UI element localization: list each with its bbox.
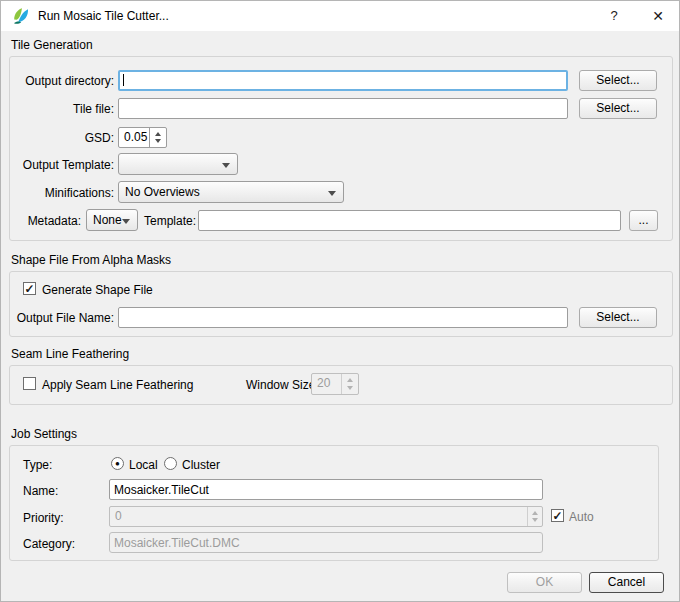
type-local-label[interactable]: Local bbox=[129, 458, 158, 472]
output-template-label: Output Template: bbox=[11, 158, 114, 172]
check-icon: ✓ bbox=[552, 510, 562, 522]
shape-file-section-title: Shape File From Alpha Masks bbox=[11, 253, 171, 267]
gsd-spin-up-icon[interactable] bbox=[155, 132, 161, 136]
tile-file-input[interactable] bbox=[118, 98, 568, 119]
cancel-button[interactable]: Cancel bbox=[589, 572, 664, 593]
output-file-name-input[interactable] bbox=[118, 307, 568, 328]
output-directory-select-button[interactable]: Select... bbox=[579, 70, 657, 91]
template-label: Template: bbox=[144, 214, 196, 228]
check-icon: ✓ bbox=[24, 283, 34, 295]
app-logo-icon bbox=[11, 6, 31, 26]
output-template-dropdown[interactable] bbox=[118, 153, 238, 175]
close-icon[interactable]: ✕ bbox=[643, 1, 673, 31]
gsd-spin-down-icon[interactable] bbox=[155, 139, 161, 143]
window-title: Run Mosaic Tile Cutter... bbox=[38, 1, 169, 31]
run-mosaic-tile-cutter-dialog: Run Mosaic Tile Cutter... ? ✕ Tile Gener… bbox=[0, 0, 680, 602]
chevron-down-icon bbox=[222, 163, 230, 168]
window-size-spinbox: 20 bbox=[311, 373, 359, 395]
output-file-name-label: Output File Name: bbox=[11, 311, 114, 325]
text-caret bbox=[123, 74, 124, 86]
help-button[interactable]: ? bbox=[599, 1, 629, 31]
priority-spin-up-icon bbox=[532, 511, 538, 515]
window-size-spin-up-icon bbox=[347, 378, 353, 382]
window-size-value: 20 bbox=[312, 374, 341, 394]
priority-value: 0 bbox=[110, 507, 527, 526]
type-label: Type: bbox=[23, 458, 52, 472]
metadata-value: None bbox=[93, 213, 122, 227]
apply-seam-line-feathering-label[interactable]: Apply Seam Line Feathering bbox=[42, 378, 193, 392]
name-label: Name: bbox=[23, 484, 58, 498]
type-local-radio[interactable]: ● bbox=[111, 457, 124, 470]
template-input[interactable] bbox=[198, 210, 621, 231]
priority-spinbox: 0 bbox=[109, 506, 543, 527]
tile-file-select-button[interactable]: Select... bbox=[579, 98, 657, 119]
window-size-spin-down-icon bbox=[347, 386, 353, 390]
tile-generation-section-title: Tile Generation bbox=[11, 38, 93, 52]
job-category-input bbox=[109, 532, 543, 553]
minifications-value: No Overviews bbox=[125, 185, 200, 199]
chevron-down-icon bbox=[122, 219, 130, 224]
generate-shape-file-checkbox[interactable]: ✓ bbox=[23, 282, 36, 295]
auto-priority-checkbox[interactable]: ✓ bbox=[551, 509, 564, 522]
ok-button[interactable]: OK bbox=[507, 572, 582, 593]
type-cluster-radio[interactable] bbox=[164, 457, 177, 470]
window-size-label: Window Size bbox=[246, 378, 315, 392]
minifications-label: Minifications: bbox=[11, 186, 114, 200]
minifications-dropdown[interactable]: No Overviews bbox=[118, 181, 344, 203]
job-name-input[interactable] bbox=[109, 479, 543, 500]
generate-shape-file-label[interactable]: Generate Shape File bbox=[42, 283, 153, 297]
category-label: Category: bbox=[23, 537, 75, 551]
auto-priority-label[interactable]: Auto bbox=[569, 510, 594, 524]
output-file-name-select-button[interactable]: Select... bbox=[579, 307, 657, 328]
chevron-down-icon bbox=[328, 191, 336, 196]
priority-spin-down-icon bbox=[532, 518, 538, 522]
metadata-label: Metadata: bbox=[21, 214, 81, 228]
gsd-value: 0.05 bbox=[119, 128, 149, 147]
apply-seam-line-feathering-checkbox[interactable] bbox=[23, 377, 36, 390]
priority-label: Priority: bbox=[23, 511, 64, 525]
output-directory-label: Output directory: bbox=[11, 74, 114, 88]
gsd-spinbox[interactable]: 0.05 bbox=[118, 127, 167, 148]
output-directory-input[interactable] bbox=[118, 70, 568, 91]
gsd-label: GSD: bbox=[11, 131, 114, 145]
metadata-dropdown[interactable]: None bbox=[86, 209, 138, 231]
titlebar: Run Mosaic Tile Cutter... ? ✕ bbox=[1, 1, 679, 31]
tile-file-label: Tile file: bbox=[11, 102, 114, 116]
seam-line-section-title: Seam Line Feathering bbox=[11, 347, 129, 361]
job-settings-section-title: Job Settings bbox=[11, 427, 77, 441]
type-cluster-label[interactable]: Cluster bbox=[182, 458, 220, 472]
template-browse-button[interactable]: ... bbox=[629, 210, 658, 231]
radio-dot-icon: ● bbox=[115, 460, 120, 468]
